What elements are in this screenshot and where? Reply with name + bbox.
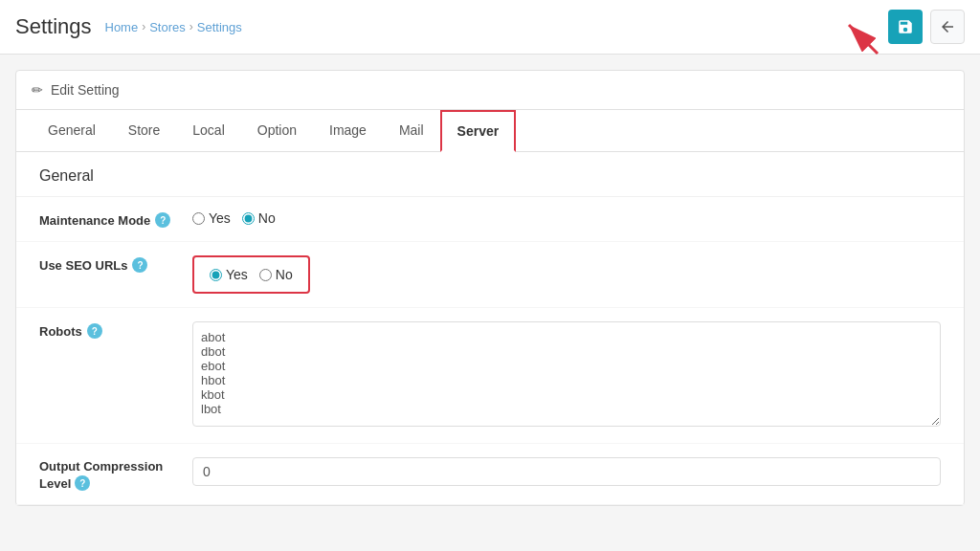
seo-no-radio[interactable] [259, 269, 272, 281]
robots-control: abot dbot ebot hbot kbot lbot [192, 321, 941, 430]
maintenance-mode-control: Yes No [192, 210, 941, 226]
maintenance-mode-label: Maintenance Mode ? [39, 210, 192, 228]
card-header-label: Edit Setting [51, 82, 120, 98]
breadcrumb-arrow-2: › [189, 20, 193, 33]
breadcrumb-home[interactable]: Home [105, 20, 139, 34]
breadcrumb-stores[interactable]: Stores [149, 20, 186, 34]
robots-label: Robots ? [39, 321, 192, 339]
output-compression-input[interactable] [192, 457, 941, 486]
top-bar: Settings Home › Stores › Settings [0, 0, 980, 55]
tab-store[interactable]: Store [112, 110, 176, 152]
maintenance-yes-radio[interactable] [192, 212, 205, 225]
seo-urls-group: Use SEO URLs ? Yes No [16, 242, 964, 308]
save-button[interactable] [888, 10, 923, 44]
section-title: General [16, 152, 964, 197]
seo-yes-label[interactable]: Yes [210, 267, 248, 282]
page-title: Settings [15, 14, 92, 39]
save-icon [897, 18, 914, 35]
maintenance-no-radio[interactable] [242, 212, 255, 225]
seo-no-label[interactable]: No [259, 267, 293, 282]
maintenance-mode-help[interactable]: ? [155, 212, 170, 228]
svg-line-1 [849, 25, 878, 54]
back-button[interactable] [930, 10, 965, 44]
tab-option[interactable]: Option [241, 110, 313, 152]
top-actions [888, 10, 965, 44]
robots-group: Robots ? abot dbot ebot hbot kbot lbot [16, 308, 964, 444]
tab-general[interactable]: General [32, 110, 112, 152]
seo-yes-radio[interactable] [210, 269, 222, 281]
robots-textarea[interactable]: abot dbot ebot hbot kbot lbot [192, 321, 941, 427]
edit-icon: ✏ [32, 82, 43, 98]
breadcrumb-arrow-1: › [142, 20, 145, 33]
maintenance-no-label[interactable]: No [242, 210, 276, 226]
tab-local[interactable]: Local [176, 110, 240, 152]
tabs-container: General Store Local Option Image Mail Se… [16, 110, 964, 152]
card-header: ✏ Edit Setting [16, 71, 964, 110]
breadcrumb: Home › Stores › Settings [101, 20, 242, 34]
output-compression-group: Output Compression Level ? [16, 444, 964, 505]
breadcrumb-settings[interactable]: Settings [197, 20, 242, 34]
robots-help[interactable]: ? [87, 323, 102, 339]
settings-card: ✏ Edit Setting General Store Local Optio… [15, 70, 965, 506]
seo-urls-label: Use SEO URLs ? [39, 255, 192, 273]
tab-mail[interactable]: Mail [383, 110, 440, 152]
maintenance-mode-group: Maintenance Mode ? Yes No [16, 197, 964, 242]
back-icon [939, 18, 956, 35]
seo-urls-radio-group: Yes No [192, 255, 310, 294]
tab-server[interactable]: Server [440, 110, 517, 152]
output-compression-label: Output Compression Level ? [39, 457, 192, 491]
seo-urls-help[interactable]: ? [132, 257, 147, 273]
seo-urls-control: Yes No [192, 255, 941, 294]
maintenance-yes-label[interactable]: Yes [192, 210, 231, 226]
output-compression-help[interactable]: ? [75, 475, 90, 491]
arrow-annotation [839, 15, 892, 68]
tab-image[interactable]: Image [313, 110, 383, 152]
output-compression-control [192, 457, 941, 486]
